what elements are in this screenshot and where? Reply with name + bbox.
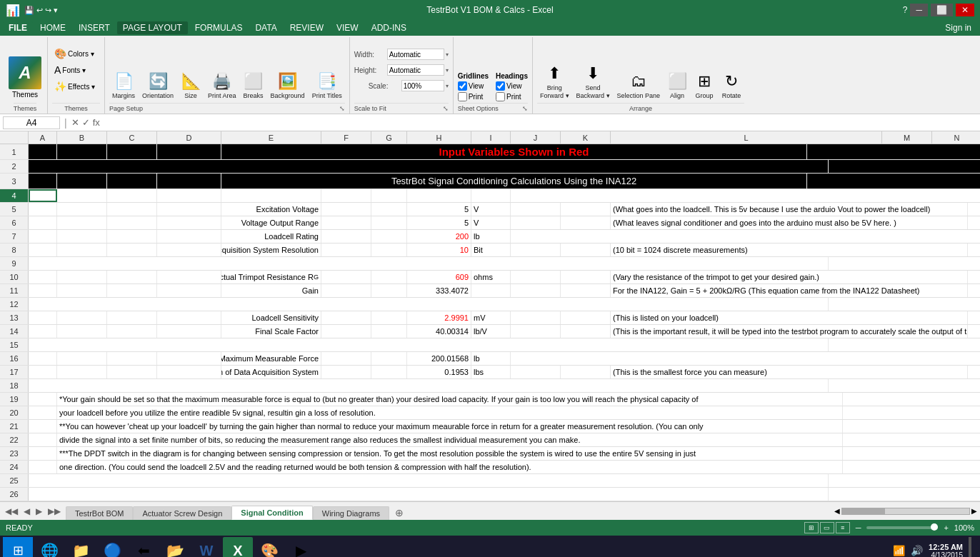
cell-D16[interactable] bbox=[157, 352, 221, 365]
scale-expand[interactable]: ⤡ bbox=[443, 105, 449, 112]
menu-review[interactable]: REVIEW bbox=[284, 21, 329, 34]
col-header-L[interactable]: L bbox=[611, 131, 882, 144]
cell-G16[interactable] bbox=[371, 352, 407, 365]
menu-view[interactable]: VIEW bbox=[331, 21, 364, 34]
cell-J17[interactable] bbox=[511, 366, 561, 378]
cell-L10[interactable]: (Vary the resistance of the trimpot to g… bbox=[611, 271, 968, 283]
group-button[interactable]: ⊞ Group bbox=[691, 53, 717, 101]
cell-K14[interactable] bbox=[561, 325, 611, 338]
gridlines-view-check[interactable] bbox=[458, 81, 467, 91]
col-header-M[interactable]: M bbox=[882, 131, 932, 144]
cell-E5[interactable]: Excitation Voltage bbox=[221, 203, 321, 216]
cell-C14[interactable] bbox=[107, 325, 157, 338]
cell-J13[interactable] bbox=[511, 311, 561, 324]
cell-F6[interactable] bbox=[321, 216, 371, 229]
cell-I16[interactable]: lb bbox=[471, 352, 511, 365]
width-dropdown[interactable]: ▾ bbox=[446, 51, 449, 58]
cell-G14[interactable] bbox=[371, 325, 407, 338]
cell-A6[interactable] bbox=[29, 216, 57, 229]
cell-D5[interactable] bbox=[157, 203, 221, 216]
cell-A23[interactable] bbox=[29, 447, 57, 460]
sheet-nav-right[interactable]: ▶ bbox=[34, 506, 44, 516]
breaks-button[interactable]: ⬜ Breaks bbox=[241, 53, 266, 101]
normal-view-btn[interactable]: ⊞ bbox=[804, 522, 819, 533]
cell-B21[interactable]: **You can however 'cheat up your loadcel… bbox=[57, 420, 843, 433]
quick-access[interactable]: 💾 ↩ ↪ ▾ bbox=[24, 6, 58, 15]
cell-F8[interactable] bbox=[321, 244, 371, 256]
cell-B23[interactable]: ***The DPDT switch in the diagram is for… bbox=[57, 447, 843, 460]
cell-I14[interactable]: lb/V bbox=[471, 325, 511, 338]
width-input[interactable] bbox=[387, 49, 444, 60]
cell-J8[interactable] bbox=[511, 244, 561, 256]
col-header-F[interactable]: F bbox=[321, 131, 371, 144]
size-button[interactable]: 📐 Size bbox=[178, 53, 204, 101]
col-header-E[interactable]: E bbox=[221, 131, 321, 144]
cell-B24[interactable]: one direction. (You could send the loadc… bbox=[57, 461, 843, 473]
cell-J10[interactable] bbox=[511, 271, 561, 283]
cell-A19[interactable] bbox=[29, 393, 57, 406]
cell-B11[interactable] bbox=[57, 284, 107, 297]
cell-D1[interactable] bbox=[157, 144, 221, 159]
cell-E4[interactable] bbox=[221, 189, 321, 202]
cell-A9[interactable] bbox=[29, 257, 829, 270]
cell-A24[interactable] bbox=[29, 461, 57, 473]
cell-D8[interactable] bbox=[157, 244, 221, 256]
cell-C8[interactable] bbox=[107, 244, 157, 256]
taskbar-explorer2[interactable]: 📂 bbox=[160, 537, 190, 557]
scale-input[interactable] bbox=[401, 80, 444, 91]
cell-H5[interactable]: 5 bbox=[407, 203, 471, 216]
zoom-plus[interactable]: + bbox=[944, 523, 948, 532]
sheet-tab-wiring-diagrams[interactable]: Wiring Diagrams bbox=[313, 506, 389, 520]
cell-I6[interactable]: V bbox=[471, 216, 511, 229]
col-header-N[interactable]: N bbox=[932, 131, 980, 144]
taskbar-back[interactable]: ⬅ bbox=[129, 537, 159, 557]
cell-E14[interactable]: Final Scale Factor bbox=[221, 325, 321, 338]
cell-C1[interactable] bbox=[107, 144, 157, 159]
sheet-options-expand[interactable]: ⤡ bbox=[522, 105, 528, 112]
show-desktop-btn[interactable] bbox=[969, 537, 971, 557]
col-header-H[interactable]: H bbox=[407, 131, 471, 144]
col-header-B[interactable]: B bbox=[57, 131, 107, 144]
gridlines-print-check[interactable] bbox=[458, 92, 467, 101]
enter-icon[interactable]: ✓ bbox=[82, 117, 90, 128]
height-dropdown[interactable]: ▾ bbox=[446, 67, 449, 74]
cell-C3[interactable] bbox=[107, 174, 157, 189]
cell-D7[interactable] bbox=[157, 230, 221, 243]
cell-F13[interactable] bbox=[321, 311, 371, 324]
cell-F10[interactable] bbox=[321, 271, 371, 283]
cell-G7[interactable] bbox=[371, 230, 407, 243]
taskbar-word[interactable]: W bbox=[191, 537, 221, 557]
headings-print-check[interactable] bbox=[496, 92, 505, 101]
align-button[interactable]: ⬜ Align bbox=[664, 53, 690, 101]
cell-D11[interactable] bbox=[157, 284, 221, 297]
cell-A16[interactable] bbox=[29, 352, 57, 365]
sheet-nav-left[interactable]: ◀ bbox=[21, 506, 32, 516]
cell-D4[interactable] bbox=[157, 189, 221, 202]
cell-C5[interactable] bbox=[107, 203, 157, 216]
taskbar-ie[interactable]: 🌐 bbox=[34, 537, 64, 557]
cell-C10[interactable] bbox=[107, 271, 157, 283]
cell-B19[interactable]: *Your gain should be set so that the max… bbox=[57, 393, 843, 406]
cell-K13[interactable] bbox=[561, 311, 611, 324]
page-break-view-btn[interactable]: ≡ bbox=[836, 522, 850, 533]
cell-B14[interactable] bbox=[57, 325, 107, 338]
taskbar-more[interactable]: ▶ bbox=[286, 537, 316, 557]
cell-A21[interactable] bbox=[29, 420, 57, 433]
cell-B13[interactable] bbox=[57, 311, 107, 324]
cell-D13[interactable] bbox=[157, 311, 221, 324]
formula-input[interactable] bbox=[103, 118, 977, 128]
cell-K17[interactable] bbox=[561, 366, 611, 378]
cell-I7[interactable]: lb bbox=[471, 230, 511, 243]
cell-L8[interactable]: (10 bit = 1024 discrete measurements) bbox=[611, 244, 968, 256]
cell-L6[interactable]: (What leaves signal conditioner and goes… bbox=[611, 216, 968, 229]
cell-C6[interactable] bbox=[107, 216, 157, 229]
page-layout-view-btn[interactable]: ▭ bbox=[820, 522, 834, 533]
cell-H10[interactable]: 609 bbox=[407, 271, 471, 283]
sheet-nav-prev[interactable]: ◀◀ bbox=[3, 506, 20, 516]
cell-H14[interactable]: 40.00314 bbox=[407, 325, 471, 338]
sheet-tab-testrbot-bom[interactable]: TestrBot BOM bbox=[66, 506, 133, 520]
cell-E3[interactable]: TestrBot Signal Conditioning Calculation… bbox=[221, 174, 807, 189]
zoom-minus[interactable]: ─ bbox=[856, 523, 861, 532]
cell-A1[interactable] bbox=[29, 144, 57, 159]
background-button[interactable]: 🖼️ Background bbox=[268, 53, 308, 101]
